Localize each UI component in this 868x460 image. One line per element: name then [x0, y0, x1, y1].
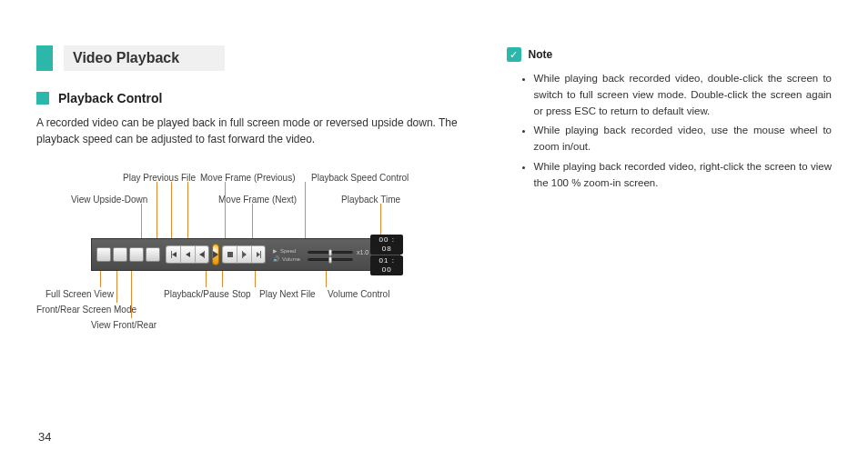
connector	[116, 271, 117, 303]
label-play-next-file: Play Next File	[259, 289, 316, 299]
label-move-frame-previous: Move Frame (Previous)	[200, 173, 295, 183]
connector	[206, 271, 207, 287]
section-title: Video Playback	[64, 45, 225, 71]
check-icon: ✓	[507, 47, 521, 62]
label-full-screen-view: Full Screen View	[45, 289, 114, 299]
full-screen-button[interactable]	[96, 247, 111, 262]
note-item: While playing back recorded video, use t…	[534, 123, 832, 155]
time-box: 00 : 08 01 : 00	[370, 235, 403, 275]
view-upside-down-button[interactable]	[146, 247, 160, 262]
connector	[171, 182, 172, 238]
connector	[255, 271, 256, 287]
label-volume-control: Volume Control	[328, 289, 389, 299]
view-front-rear-button[interactable]	[129, 247, 144, 262]
triangle-right-icon	[243, 252, 247, 257]
play-next-file-button[interactable]	[251, 245, 266, 264]
accent-bar	[36, 45, 53, 71]
connector	[305, 182, 306, 238]
speed-volume-block: ▶Speed 🔊Volume	[273, 246, 300, 264]
player-diagram: Play Previous File Move Frame (Previous)…	[36, 173, 470, 355]
stop-icon	[227, 252, 233, 257]
volume-label: Volume	[282, 255, 300, 263]
label-playback-pause: Playback/Pause	[164, 289, 229, 299]
connector	[222, 271, 223, 287]
bar-icon	[260, 251, 261, 258]
speed-slider[interactable]	[308, 251, 353, 254]
note-item: While playing back recorded video, doubl…	[534, 71, 832, 119]
label-move-frame-next: Move Frame (Next)	[218, 195, 297, 205]
speed-value: x1.0	[357, 249, 368, 255]
volume-icon: 🔊	[273, 255, 279, 263]
slider-thumb[interactable]	[328, 249, 332, 256]
connector	[380, 204, 381, 238]
label-play-previous-file: Play Previous File	[123, 173, 196, 183]
note-item: While playing back recorded video, right…	[534, 159, 832, 192]
label-view-upside-down: View Upside-Down	[71, 195, 147, 205]
play-pause-button[interactable]	[212, 244, 219, 265]
move-frame-next-button[interactable]	[237, 245, 251, 264]
subsection-row: Playback Control	[36, 91, 470, 105]
subsection-title: Playback Control	[58, 91, 162, 105]
note-list: While playing back recorded video, doubl…	[507, 71, 832, 192]
time-total: 01 : 00	[370, 255, 403, 275]
connector	[187, 182, 188, 238]
time-current: 00 : 08	[370, 235, 403, 255]
label-stop: Stop	[232, 289, 251, 299]
connector	[141, 204, 142, 238]
note-header: ✓ Note	[507, 47, 832, 62]
speed-icon: ▶	[273, 247, 278, 255]
label-view-front-rear: View Front/Rear	[91, 320, 156, 330]
connector	[100, 271, 101, 287]
front-rear-mode-button[interactable]	[113, 247, 127, 262]
play-previous-file-button[interactable]	[166, 245, 180, 264]
note-title: Note	[529, 48, 553, 61]
player-bar: ▶Speed 🔊Volume x1.0 00 : 08 01 : 00	[91, 238, 400, 271]
label-front-rear-mode: Front/Rear Screen Mode	[36, 305, 136, 315]
connector	[156, 182, 157, 238]
label-playback-time: Playback Time	[341, 195, 400, 205]
connector	[252, 204, 253, 238]
label-playback-speed-control: Playback Speed Control	[311, 173, 409, 183]
page-number: 34	[38, 430, 51, 444]
bar-icon	[204, 251, 205, 258]
stop-button[interactable]	[222, 245, 237, 264]
move-frame-previous-button[interactable]	[180, 245, 195, 264]
triangle-left-icon	[172, 252, 177, 257]
triangle-left-icon	[186, 252, 190, 257]
speed-label: Speed	[280, 247, 296, 255]
body-text: A recorded video can be played back in f…	[36, 115, 470, 147]
connector	[225, 182, 226, 238]
play-icon	[213, 251, 218, 258]
reverse-play-button[interactable]	[195, 245, 209, 264]
accent-square	[36, 92, 49, 105]
section-title-row: Video Playback	[36, 45, 470, 71]
slider-thumb[interactable]	[328, 256, 332, 264]
volume-slider[interactable]	[308, 258, 353, 261]
connector	[326, 271, 327, 287]
